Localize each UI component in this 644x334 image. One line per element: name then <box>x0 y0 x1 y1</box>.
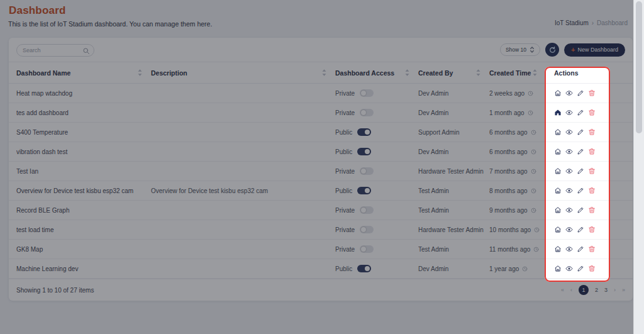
access-toggle[interactable] <box>357 128 371 136</box>
delete-action-button[interactable] <box>588 89 596 97</box>
scrollbar-thumb[interactable] <box>636 1 642 133</box>
clock-icon <box>522 266 528 272</box>
view-action-button[interactable] <box>565 109 573 116</box>
page-size-select[interactable]: Show 10 <box>500 43 540 56</box>
pencil-icon <box>577 167 584 175</box>
edit-action-button[interactable] <box>577 148 584 155</box>
home-action-button[interactable] <box>554 128 562 136</box>
header-dashboard-access[interactable]: Dashboard Access <box>335 69 418 77</box>
view-action-button[interactable] <box>565 148 573 155</box>
home-action-button[interactable] <box>554 226 562 233</box>
header-description[interactable]: Description <box>151 69 335 77</box>
first-page-button[interactable]: « <box>561 287 564 293</box>
access-toggle[interactable] <box>357 148 371 155</box>
access-toggle[interactable] <box>360 109 374 116</box>
view-action-button[interactable] <box>565 187 573 194</box>
view-action-button[interactable] <box>565 226 573 233</box>
next-page-button[interactable]: › <box>614 287 616 293</box>
home-action-button[interactable] <box>554 167 562 175</box>
page-button-1[interactable]: 1 <box>579 285 589 295</box>
view-action-button[interactable] <box>565 265 573 272</box>
edit-action-button[interactable] <box>577 89 584 97</box>
breadcrumb-separator-icon: › <box>592 19 594 26</box>
trash-icon <box>588 206 596 214</box>
dashboard-name[interactable]: Test Ian <box>16 168 151 175</box>
delete-action-button[interactable] <box>588 128 596 136</box>
items-summary: Showing 1 to 10 of 27 items <box>16 287 94 294</box>
home-action-button[interactable] <box>554 109 562 116</box>
view-action-button[interactable] <box>565 206 573 214</box>
delete-action-button[interactable] <box>588 187 596 194</box>
edit-action-button[interactable] <box>577 206 584 214</box>
delete-action-button[interactable] <box>588 167 596 175</box>
page-button-3[interactable]: 3 <box>604 287 608 293</box>
dashboard-name[interactable]: Record BLE Graph <box>16 207 151 214</box>
header-created-time[interactable]: Created Time <box>489 69 546 77</box>
dashboard-name[interactable]: vibration dash test <box>16 148 151 155</box>
edit-action-button[interactable] <box>577 128 584 136</box>
dashboard-name[interactable]: Heat map wtachdog <box>16 90 151 97</box>
access-toggle[interactable] <box>360 226 374 233</box>
table-row: S400 TemperaturePublicSupport Admin6 mon… <box>9 123 633 142</box>
view-action-button[interactable] <box>565 167 573 175</box>
dashboard-name[interactable]: Machine Learning dev <box>16 265 151 272</box>
edit-action-button[interactable] <box>577 109 584 116</box>
toggle-knob <box>361 247 366 252</box>
delete-action-button[interactable] <box>588 148 596 155</box>
home-action-button[interactable] <box>554 265 562 272</box>
search-icon[interactable] <box>82 46 90 53</box>
edit-action-button[interactable] <box>577 187 584 194</box>
breadcrumb-root[interactable]: IoT Stadium <box>555 19 589 26</box>
search-wrap <box>16 43 94 57</box>
dashboard-access-cell: Private <box>335 245 418 253</box>
view-action-button[interactable] <box>565 89 573 97</box>
dashboard-name[interactable]: tes add dashboard <box>16 109 151 116</box>
delete-action-button[interactable] <box>588 265 596 272</box>
access-toggle[interactable] <box>360 89 374 97</box>
access-toggle[interactable] <box>360 206 374 214</box>
table-row: test load timePrivateHardware Tester Adm… <box>9 220 633 240</box>
delete-action-button[interactable] <box>588 206 596 214</box>
delete-action-button[interactable] <box>588 109 596 116</box>
dashboard-name[interactable]: Overview for Device test kisbu esp32 cam <box>16 187 151 194</box>
prev-page-button[interactable]: ‹ <box>570 287 572 293</box>
scrollbar[interactable] <box>633 0 644 334</box>
view-action-button[interactable] <box>565 245 573 253</box>
header-dashboard-name[interactable]: Dashboard Name <box>16 69 151 77</box>
dashboard-name[interactable]: S400 Temperature <box>16 129 151 136</box>
access-toggle[interactable] <box>357 265 371 272</box>
edit-action-button[interactable] <box>577 245 584 253</box>
created-time-cell: 2 weeks ago <box>489 90 546 97</box>
header-created-by[interactable]: Created By <box>418 69 489 77</box>
edit-action-button[interactable] <box>577 226 584 233</box>
last-page-button[interactable]: » <box>622 287 625 293</box>
new-dashboard-button[interactable]: + New Dashboard <box>564 43 625 57</box>
dashboard-access-cell: Public <box>335 128 418 136</box>
actions-cell <box>546 187 609 194</box>
edit-action-button[interactable] <box>577 167 584 175</box>
delete-action-button[interactable] <box>588 245 596 253</box>
created-by: Dev Admin <box>418 90 489 97</box>
dashboard-name[interactable]: test load time <box>16 226 151 233</box>
home-action-button[interactable] <box>554 187 562 194</box>
home-action-button[interactable] <box>554 206 562 214</box>
access-label: Private <box>335 90 355 97</box>
eye-icon <box>565 109 573 116</box>
sort-icon <box>476 69 480 76</box>
home-action-button[interactable] <box>554 148 562 155</box>
access-toggle[interactable] <box>360 245 374 253</box>
dashboard-name[interactable]: GK8 Map <box>16 246 151 253</box>
home-action-button[interactable] <box>554 245 562 253</box>
edit-action-button[interactable] <box>577 265 584 272</box>
dashboard-access-cell: Private <box>335 89 418 97</box>
table-row: tes add dashboardPrivateDev Admin1 month… <box>9 103 633 123</box>
refresh-button[interactable] <box>545 43 559 57</box>
page-button-2[interactable]: 2 <box>595 287 598 293</box>
toggle-knob <box>361 110 366 115</box>
actions-cell <box>546 206 609 214</box>
access-toggle[interactable] <box>357 187 371 194</box>
access-toggle[interactable] <box>360 167 374 175</box>
view-action-button[interactable] <box>565 128 573 136</box>
delete-action-button[interactable] <box>588 226 596 233</box>
home-action-button[interactable] <box>554 89 562 97</box>
